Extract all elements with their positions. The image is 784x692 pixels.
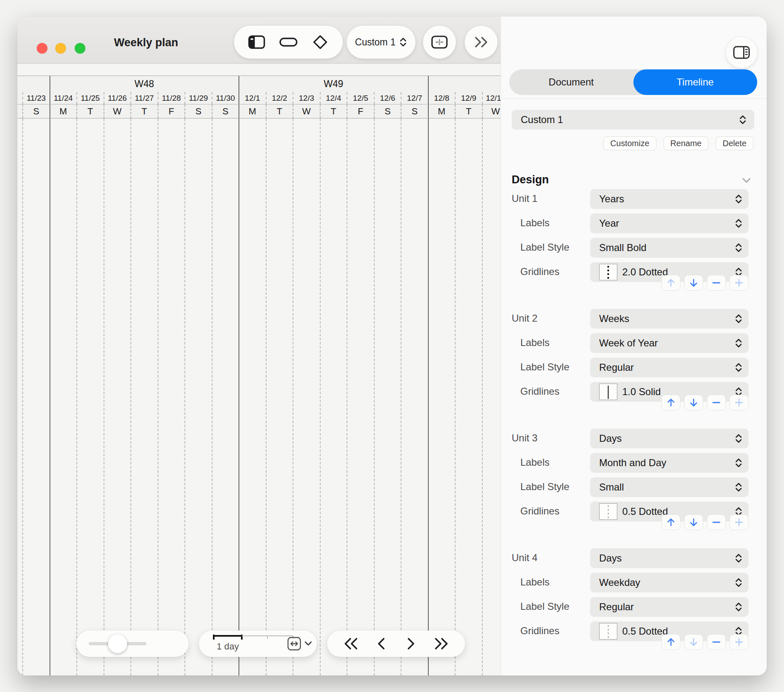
view-preset-dropdown[interactable]: Custom 1 [347,26,416,59]
day-gridline [293,118,293,675]
label-style-select[interactable]: Small Bold [590,238,749,258]
updown-chevrons-icon [734,313,743,325]
nav-last-button[interactable] [430,633,452,654]
tab-timeline[interactable]: Timeline [633,69,758,95]
labels-select[interactable]: Month and Day [590,453,749,473]
day-gridline [320,118,321,675]
week-cell [22,76,50,92]
move-up-button[interactable] [661,634,680,650]
weekday-cell: S [22,104,50,118]
diamond-shape-icon[interactable] [308,30,332,55]
weekday-cell: F [347,104,374,118]
move-up-button[interactable] [661,395,680,410]
capsule-shape-icon[interactable] [276,30,300,55]
date-cell: 11/25 [76,92,104,104]
minimize-button[interactable] [55,43,66,54]
panel-divider [501,98,767,99]
setting-label: Gridlines [520,625,560,637]
scale-chevron-down-icon[interactable] [304,640,313,647]
unit-block-2: Unit 2WeeksLabelsWeek of YearLabel Style… [501,309,767,412]
timeline-preset-select[interactable]: Custom 1 [512,110,754,130]
week-gridline [428,118,429,675]
setting-label: Label Style [520,361,569,373]
unit-setting-row: Label StyleRegular [501,597,767,617]
day-gridline [482,118,483,675]
move-down-button [684,634,703,650]
timeline-preset-value: Custom 1 [521,114,739,126]
updown-chevrons-icon [734,481,743,493]
updown-chevrons-icon [734,433,743,444]
setting-value: Regular [599,362,734,373]
weekday-cell: W [293,104,320,118]
resize-horizontal-icon[interactable] [287,637,301,651]
setting-label: Label Style [520,481,569,493]
rename-button[interactable]: Rename [664,136,709,150]
zoom-control: 100% [76,630,189,657]
inspector-panel: Document Timeline Custom 1 Customize Ren… [501,17,767,675]
label-style-select[interactable]: Small [590,477,749,497]
setting-value: Days [599,433,734,444]
updown-chevrons-icon [739,114,747,126]
weekday-cell: M [428,104,455,118]
gridline-style-swatch [599,503,617,520]
move-down-button[interactable] [684,514,703,530]
move-down-button[interactable] [684,275,703,291]
remove-unit-button[interactable] [707,634,726,650]
date-cell: 11/28 [158,92,185,104]
setting-label: Unit 4 [512,552,538,564]
view-preset-label: Custom 1 [355,37,395,48]
nav-first-button[interactable] [340,633,362,654]
customize-button[interactable]: Customize [603,136,656,150]
toggle-inspector-button[interactable] [726,37,757,68]
fit-content-button[interactable] [423,26,456,59]
add-unit-button [730,275,749,291]
tab-document[interactable]: Document [509,69,633,95]
remove-unit-button[interactable] [707,275,726,291]
unit-type-select[interactable]: Weeks [590,309,749,329]
remove-unit-button[interactable] [707,395,726,410]
nav-next-button[interactable] [400,633,422,654]
labels-select[interactable]: Weekday [590,573,749,592]
remove-unit-button[interactable] [707,514,726,530]
updown-chevrons-icon [399,36,407,48]
move-up-button [661,275,680,291]
delete-button[interactable]: Delete [716,136,753,150]
day-gridline [455,118,456,675]
zoom-slider[interactable] [89,642,146,645]
setting-value: Weekday [599,577,734,588]
updown-chevrons-icon [734,601,743,613]
gridline-style-swatch [599,264,617,280]
updown-chevrons-icon [734,457,743,469]
unit-type-select[interactable]: Years [590,189,749,209]
unit-stepper-buttons [661,275,749,291]
fit-content-icon [431,35,448,50]
nav-prev-button[interactable] [371,633,392,654]
weekday-cell: M [50,104,77,118]
preset-actions: Customize Rename Delete [501,136,753,150]
inspector-tabs: Document Timeline [509,69,757,95]
more-tools-button[interactable] [465,26,498,59]
label-style-select[interactable]: Regular [590,597,749,617]
day-gridline [76,118,77,675]
date-cell: 12/10 [482,92,501,104]
unit-type-select[interactable]: Days [590,548,749,568]
close-button[interactable] [37,43,47,54]
zoom-window-button[interactable] [75,43,85,54]
sidebar-left-icon[interactable] [245,30,269,55]
label-style-select[interactable]: Regular [590,358,749,377]
setting-label: Gridlines [520,505,560,517]
unit-setting-row: Label StyleRegular [501,358,767,377]
design-collapse-chevron-icon[interactable] [741,178,751,184]
weekday-cell: F [158,104,185,118]
week-gridline [239,118,239,675]
labels-select[interactable]: Week of Year [590,333,749,353]
move-down-button[interactable] [684,395,703,410]
setting-label: Labels [520,217,550,229]
zoom-slider-knob[interactable] [108,634,127,653]
labels-select[interactable]: Year [590,213,749,233]
unit-type-select[interactable]: Days [590,429,749,448]
date-cell: 11/26 [104,92,131,104]
unit-stepper-buttons [661,634,749,650]
setting-label: Labels [520,576,550,588]
move-up-button[interactable] [661,514,680,530]
